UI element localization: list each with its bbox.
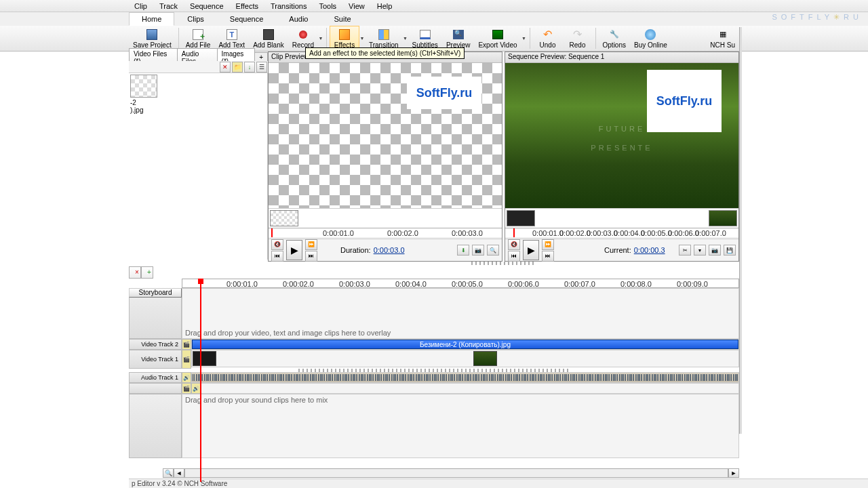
seq-split-drop[interactable]: ▼ xyxy=(694,245,706,256)
audio-link-label xyxy=(129,383,182,394)
video-track-2-label: Video Track 2 xyxy=(129,339,182,350)
clip-thumb[interactable] xyxy=(270,210,298,226)
export-dropdown[interactable]: ▼ xyxy=(521,26,527,51)
clip-zoom-button[interactable]: 🔍 xyxy=(487,245,499,256)
timeline-add-tab[interactable]: + xyxy=(141,266,153,279)
add-text-button[interactable]: TAdd Text xyxy=(214,26,249,51)
clip-prev-button[interactable]: 🔇 xyxy=(271,239,283,250)
seq-thumb-2[interactable] xyxy=(709,210,737,226)
tab-clips[interactable]: Clips xyxy=(174,12,216,26)
video-track-2-icon[interactable]: 🎬 xyxy=(182,339,191,350)
timeline-ruler[interactable]: 0:00:01.0 0:00:02.0 0:00:03.0 0:00:04.0 … xyxy=(182,279,739,288)
sequence-preview-panel: Sequence Preview: Sequence 1 FUTUREPRESE… xyxy=(505,52,739,262)
audio-link-track[interactable] xyxy=(201,383,739,394)
tab-suite[interactable]: Suite xyxy=(321,12,363,26)
audio-track-1-icon[interactable]: 🔊 xyxy=(182,372,191,383)
menu-view[interactable]: View xyxy=(343,1,370,11)
transition-icon xyxy=(378,29,389,40)
clip-grass[interactable] xyxy=(473,351,497,366)
add-blank-button[interactable]: Add Blank xyxy=(249,26,288,51)
audio-link-icon-1[interactable]: 🎬 xyxy=(182,383,191,394)
right-panel-edge[interactable] xyxy=(739,27,742,434)
export-button[interactable]: Export Video xyxy=(474,26,521,51)
add-blank-icon xyxy=(263,29,274,40)
media-list: -2 ).jpg xyxy=(129,73,268,260)
media-thumbnail[interactable] xyxy=(130,75,157,98)
nch-suite-button[interactable]: ▦NCH Su xyxy=(706,26,739,51)
sequence-preview-canvas[interactable]: FUTUREPRESENTE SoftFly.ru xyxy=(505,63,738,208)
audio-track-1[interactable] xyxy=(191,372,739,383)
video-track-2[interactable]: Безимени-2 (Копировать).jpg xyxy=(191,339,739,350)
clip-next-button[interactable]: ⏩ xyxy=(305,239,317,250)
clip-logo: SoftFly.ru xyxy=(407,77,481,109)
video-track-1[interactable] xyxy=(191,350,739,367)
seq-mute-button[interactable]: 🔇 xyxy=(508,239,520,250)
media-filename: -2 xyxy=(130,99,266,106)
buy-online-button[interactable]: Buy Online xyxy=(630,26,671,51)
undo-button[interactable]: ↶Undo xyxy=(533,26,563,51)
menu-transitions[interactable]: Transitions xyxy=(265,1,312,11)
mix-track[interactable]: Drag and drop your sound clips here to m… xyxy=(182,394,739,458)
save-project-button[interactable]: Save Project xyxy=(129,26,176,51)
redo-button[interactable]: ↷Redo xyxy=(563,26,593,51)
media-remove-button[interactable]: ✕ xyxy=(220,62,231,73)
seq-playback-controls: 🔇 ⏮ ▶ ⏩ ⏭ Current:0:00:00.3 ✂ ▼ 📷 💾 xyxy=(505,239,738,261)
seq-save-button[interactable]: 💾 xyxy=(724,245,736,256)
media-list-button[interactable]: ☰ xyxy=(256,62,267,73)
seq-overlay-text2: PRESENTE xyxy=(591,144,652,152)
media-refresh-button[interactable]: ↓ xyxy=(244,62,255,73)
menu-help[interactable]: Help xyxy=(372,1,398,11)
preview-icon xyxy=(453,30,464,39)
menu-track[interactable]: Track xyxy=(154,1,183,11)
add-file-button[interactable]: Add File xyxy=(182,26,215,51)
playhead[interactable] xyxy=(200,279,201,482)
menu-effects[interactable]: Effects xyxy=(231,1,264,11)
menu-clip[interactable]: Clip xyxy=(129,1,153,11)
seq-next-button[interactable]: ⏩ xyxy=(542,239,554,250)
globe-icon xyxy=(645,29,656,40)
options-button[interactable]: 🔧Options xyxy=(599,26,630,51)
seq-thumb-1[interactable] xyxy=(507,210,535,226)
tab-audio[interactable]: Audio xyxy=(276,12,321,26)
clip-snapshot-button[interactable]: 📷 xyxy=(472,245,484,256)
seq-ruler[interactable]: 0:00:01.0 0:00:02.0 0:00:03.0 0:00:04.0 … xyxy=(505,228,738,237)
clip-dark[interactable] xyxy=(193,351,216,366)
seq-split-button[interactable]: ✂ xyxy=(679,245,691,256)
media-toolbar: ✕ 📁 ↓ ☰ xyxy=(129,61,268,73)
clip-down-button[interactable]: ⬇ xyxy=(457,245,469,256)
tab-home[interactable]: Home xyxy=(129,12,174,26)
clip-duration-value[interactable]: 0:00:03.0 xyxy=(374,246,405,254)
overlay-hint: Drag and drop your video, text and image… xyxy=(185,329,391,337)
undo-icon: ↶ xyxy=(541,28,555,41)
subtitles-icon xyxy=(420,30,431,39)
tab-sequence[interactable]: Sequence xyxy=(217,12,277,26)
menubar: Clip Track Sequence Effects Transitions … xyxy=(0,0,868,12)
seq-play-button[interactable]: ▶ xyxy=(523,240,539,260)
clip-thumbnails xyxy=(269,209,502,228)
h-scrollbar[interactable] xyxy=(184,468,728,478)
clip-preview-canvas[interactable]: SoftFly.ru xyxy=(269,63,502,208)
seq-end-button[interactable]: ⏭ xyxy=(542,251,554,262)
scroll-right[interactable]: ► xyxy=(728,468,739,478)
clip-ruler[interactable]: 0:00:01.0 0:00:02.0 0:00:03.0 xyxy=(269,228,502,237)
menu-tools[interactable]: Tools xyxy=(313,1,342,11)
seq-start-button[interactable]: ⏮ xyxy=(508,251,520,262)
menu-sequence[interactable]: Sequence xyxy=(184,1,229,11)
media-folder-button[interactable]: 📁 xyxy=(232,62,243,73)
audio-link-icon-2[interactable]: 🔊 xyxy=(191,383,201,394)
video-track-1-icon[interactable]: 🎬 xyxy=(182,350,191,369)
seq-current-value[interactable]: 0:00:00.3 xyxy=(634,246,665,254)
scroll-left[interactable]: ◄ xyxy=(174,468,184,478)
timeline-close-tab[interactable]: × xyxy=(129,266,141,279)
storyboard-button[interactable]: Storyboard xyxy=(129,288,182,298)
seq-snapshot-button[interactable]: 📷 xyxy=(709,245,721,256)
clip-end-button[interactable]: ⏭ xyxy=(305,251,317,262)
clip-start-button[interactable]: ⏮ xyxy=(271,251,283,262)
zoom-icon[interactable]: 🔍 xyxy=(163,468,174,478)
clip-play-button[interactable]: ▶ xyxy=(286,240,302,260)
clip-image[interactable]: Безимени-2 (Копировать).jpg xyxy=(192,340,738,349)
splitter-handle[interactable] xyxy=(471,262,536,265)
overlay-track[interactable]: Drag and drop your video, text and image… xyxy=(182,288,739,339)
ribbon-tabs: Home Clips Sequence Audio Suite xyxy=(0,12,868,26)
mix-track-label xyxy=(129,394,182,458)
